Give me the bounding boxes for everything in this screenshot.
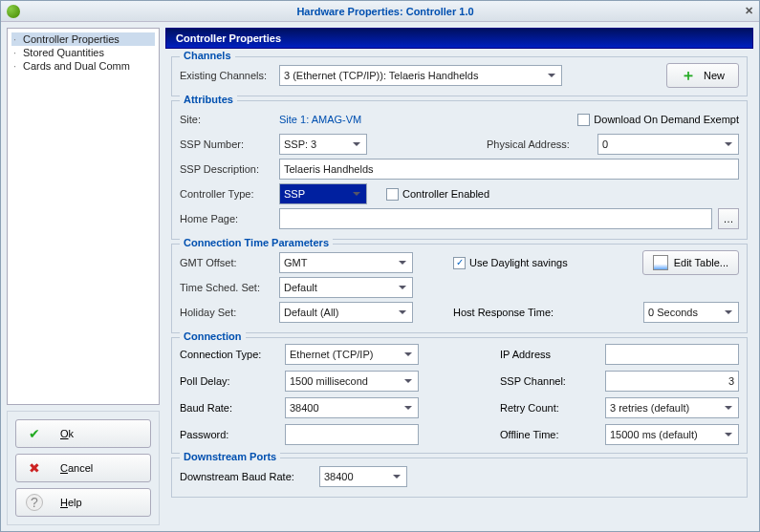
ok-label: OOkk (60, 428, 141, 439)
connection-type-label: Connection Type: (180, 349, 275, 360)
content: Channels Existing Channels: 3 (Ethernet … (165, 49, 753, 525)
baud-rate-label: Baud Rate: (180, 402, 275, 414)
help-icon: ? (26, 494, 43, 511)
connection-time-fieldset: Connection Time Parameters GMT Offset: G… (171, 244, 748, 333)
nav-tree: Controller Properties Stored Quantities … (7, 28, 160, 405)
ok-button[interactable]: ✔ OOkk (15, 419, 151, 448)
home-page-input[interactable] (279, 208, 712, 229)
retry-count-select[interactable]: 3 retries (default) (605, 397, 739, 418)
physical-address-select[interactable]: 0 (597, 134, 739, 155)
new-channel-button[interactable]: ＋ New (666, 63, 739, 88)
checkbox-box-icon (577, 114, 590, 126)
site-value: Site 1: AMAG-VM (279, 114, 361, 125)
connection-type-select[interactable]: Ethernet (TCP/IP) (285, 344, 419, 365)
controller-enabled-checkbox[interactable]: Controller Enabled (386, 188, 489, 201)
cancel-button[interactable]: ✖ Cancel (15, 454, 151, 482)
action-buttons-panel: ✔ OOkk ✖ Cancel ? Help (7, 411, 160, 525)
host-response-select[interactable]: 0 Seconds (643, 302, 739, 323)
connection-legend: Connection (180, 330, 246, 342)
poll-delay-select[interactable]: 1500 millisecond (285, 371, 419, 392)
controller-type-label: Controller Type: (180, 188, 273, 200)
new-label: New (704, 70, 725, 81)
offline-time-label: Offline Time: (500, 429, 596, 440)
controller-type-select[interactable]: SSP (279, 183, 367, 204)
close-icon[interactable]: ✕ (745, 5, 753, 17)
gmt-offset-label: GMT Offset: (180, 257, 273, 268)
checkbox-box-icon: ✓ (453, 257, 466, 269)
page-header: Controller Properties (165, 28, 753, 49)
attributes-legend: Attributes (180, 94, 237, 105)
help-label: Help (60, 497, 141, 508)
edit-table-label: Edit Table... (674, 257, 728, 268)
help-button[interactable]: ? Help (15, 488, 151, 517)
ssp-channel-label: SSP Channel: (500, 375, 596, 387)
retry-count-label: Retry Count: (500, 402, 596, 414)
existing-channels-label: Existing Channels: (180, 70, 273, 81)
site-label: Site: (180, 114, 273, 125)
calendar-icon (653, 255, 668, 270)
home-page-label: Home Page: (180, 213, 273, 224)
home-page-browse-button[interactable]: … (718, 208, 739, 229)
right-column: Controller Properties Channels Existing … (165, 28, 753, 525)
download-exempt-checkbox[interactable]: Download On Demand Exempt (577, 114, 739, 126)
edit-table-button[interactable]: Edit Table... (642, 250, 739, 275)
offline-time-select[interactable]: 15000 ms (default) (605, 424, 739, 445)
baud-rate-select[interactable]: 38400 (285, 397, 419, 418)
connection-fieldset: Connection Connection Type: Ethernet (TC… (171, 337, 748, 454)
gmt-offset-select[interactable]: GMT (279, 252, 413, 273)
download-exempt-label: Download On Demand Exempt (594, 114, 739, 125)
channels-legend: Channels (180, 50, 235, 61)
hardware-properties-window: Hardware Properties: Controller 1.0 ✕ Co… (0, 0, 760, 532)
ssp-description-label: SSP Description: (180, 163, 273, 175)
downstream-fieldset: Downstream Ports Downstream Baud Rate: 3… (171, 458, 748, 498)
controller-enabled-label: Controller Enabled (402, 188, 489, 200)
window-title: Hardware Properties: Controller 1.0 (26, 6, 745, 17)
attributes-fieldset: Attributes Site: Site 1: AMAG-VM Downloa… (171, 100, 748, 240)
ip-address-label: IP Address (500, 349, 596, 360)
poll-delay-label: Poll Delay: (180, 375, 275, 387)
time-sched-label: Time Sched. Set: (180, 282, 273, 293)
ip-address-input[interactable] (605, 344, 739, 365)
checkbox-box-icon (386, 188, 399, 201)
app-icon (7, 5, 20, 18)
ssp-channel-input[interactable] (605, 371, 739, 392)
check-icon: ✔ (26, 425, 43, 442)
cancel-label: Cancel (60, 462, 141, 474)
downstream-baud-select[interactable]: 38400 (319, 466, 407, 487)
titlebar: Hardware Properties: Controller 1.0 ✕ (1, 1, 759, 22)
downstream-baud-label: Downstream Baud Rate: (180, 471, 314, 482)
channels-fieldset: Channels Existing Channels: 3 (Ethernet … (171, 56, 748, 96)
ssp-number-select[interactable]: SSP: 3 (279, 134, 367, 155)
cancel-icon: ✖ (26, 459, 43, 477)
tree-item-stored-quantities[interactable]: Stored Quantities (11, 46, 155, 59)
left-column: Controller Properties Stored Quantities … (7, 28, 160, 525)
conn-time-legend: Connection Time Parameters (180, 237, 333, 248)
tree-item-cards-dual-comm[interactable]: Cards and Dual Comm (11, 59, 155, 73)
existing-channels-select[interactable]: 3 (Ethernet (TCP/IP)): Telaeris Handheld… (279, 65, 562, 86)
ssp-description-input[interactable] (279, 159, 739, 180)
holiday-select[interactable]: Default (All) (279, 302, 413, 323)
password-input[interactable] (285, 424, 419, 445)
daylight-label: Use Daylight savings (469, 257, 568, 268)
physical-address-label: Physical Address: (487, 138, 592, 150)
body: Controller Properties Stored Quantities … (1, 22, 759, 531)
plus-icon: ＋ (681, 66, 696, 86)
holiday-label: Holiday Set: (180, 307, 273, 318)
time-sched-select[interactable]: Default (279, 277, 413, 298)
tree-item-controller-properties[interactable]: Controller Properties (11, 32, 155, 46)
daylight-savings-checkbox[interactable]: ✓ Use Daylight savings (453, 257, 568, 269)
ssp-number-label: SSP Number: (180, 138, 273, 150)
downstream-legend: Downstream Ports (180, 451, 280, 462)
password-label: Password: (180, 429, 275, 440)
host-response-label: Host Response Time: (453, 307, 568, 318)
